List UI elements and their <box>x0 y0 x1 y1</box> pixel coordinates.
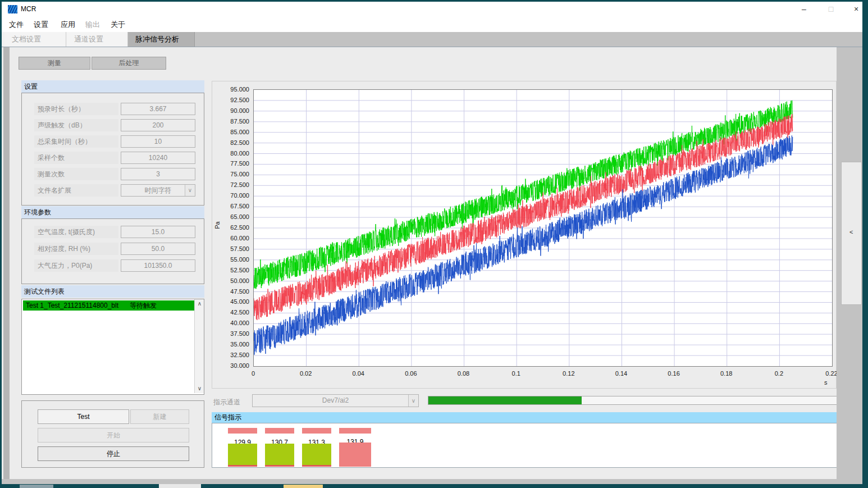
y-tick-label: 57.500 <box>217 245 249 252</box>
y-tick-label: 77.500 <box>217 160 249 167</box>
sample-count-field[interactable]: 10240 <box>121 152 195 164</box>
settings-header: 设置 <box>21 80 204 93</box>
tab-pulse-analysis[interactable]: 脉冲信号分析 <box>128 32 195 47</box>
maximize-button[interactable]: □ <box>821 2 840 17</box>
signal-level-tile <box>339 443 371 467</box>
scroll-down-icon[interactable]: ∨ <box>195 384 204 393</box>
field-label: 文件名扩展 <box>34 184 118 197</box>
filename-ext-dropdown[interactable]: 时间字符 ∨ <box>121 184 195 197</box>
field-label: 空气温度, t(摄氏度) <box>34 226 118 238</box>
measure-times-field[interactable]: 3 <box>121 168 195 180</box>
test-file-list[interactable]: Test 1_Test_211215114800_blt 等待触发 ∧ ∨ <box>21 299 204 395</box>
taskbar-fragment <box>284 485 323 488</box>
y-tick-label: 90.000 <box>217 107 249 114</box>
y-tick-label: 60.000 <box>217 235 249 241</box>
close-button[interactable]: × <box>847 2 866 17</box>
menu-about[interactable]: 关于 <box>111 20 125 30</box>
settings-row: 测量次数 3 <box>34 168 204 180</box>
left-edge-strip <box>3 47 10 481</box>
y-tick-label: 80.000 <box>217 150 249 157</box>
y-tick-label: 75.000 <box>217 171 249 177</box>
field-label: 总采集时间（秒） <box>34 135 118 148</box>
tab-channel-settings[interactable]: 通道设置 <box>67 32 128 47</box>
y-tick-label: 87.500 <box>217 118 249 125</box>
bottom-edge-strip <box>2 479 862 484</box>
chevron-down-icon[interactable]: ∨ <box>408 395 418 407</box>
menu-file[interactable]: 文件 <box>9 20 24 30</box>
y-tick-label: 85.000 <box>217 129 249 135</box>
taskbar-fragment <box>20 485 53 488</box>
waveform-chart: 95.00092.50090.00087.50085.00082.50080.0… <box>212 81 837 389</box>
y-tick-label: 30.000 <box>217 362 249 369</box>
signal-topbar <box>228 428 257 434</box>
y-tick-label: 82.500 <box>217 139 249 146</box>
file-list-header: 测试文件列表 <box>21 285 204 298</box>
chevron-down-icon[interactable]: ∨ <box>185 185 195 196</box>
desktop-background: MCR – □ × 文件 设置 应用 输出 关于 文档设置 通道设置 脉冲信号分… <box>0 0 868 488</box>
collapse-splitter[interactable]: < <box>841 162 862 305</box>
scroll-up-icon[interactable]: ∧ <box>195 299 204 308</box>
humidity-field[interactable]: 50.0 <box>121 243 195 255</box>
new-button: 新建 <box>130 409 189 424</box>
stop-button[interactable]: 停止 <box>38 446 189 461</box>
file-name: Test 1_Test_211215114800_blt <box>26 300 118 311</box>
measure-button[interactable]: 测量 <box>19 57 90 70</box>
y-tick-label: 52.500 <box>217 267 249 273</box>
settings-row: 采样个数 10240 <box>34 152 204 164</box>
air-temperature-field[interactable]: 15.0 <box>121 226 195 238</box>
plot-area <box>253 89 833 367</box>
signal-level-tile <box>228 444 257 467</box>
y-tick-label: 35.000 <box>217 341 249 348</box>
y-tick-label: 67.500 <box>217 203 249 209</box>
dropdown-value: Dev7/ai2 <box>322 396 349 404</box>
pressure-field[interactable]: 101350.0 <box>121 259 195 272</box>
x-tick-label: 0.18 <box>714 370 739 377</box>
tab-bar: 文档设置 通道设置 脉冲信号分析 <box>2 32 862 47</box>
environment-box: 空气温度, t(摄氏度) 15.0 相对湿度, RH (%) 50.0 大气压力… <box>21 218 204 284</box>
x-tick-label: 0.02 <box>294 370 318 377</box>
x-tick-label: 0.08 <box>451 370 476 377</box>
y-tick-label: 95.000 <box>217 86 249 93</box>
total-time-field[interactable]: 10 <box>121 135 195 148</box>
x-tick-label: 0.16 <box>661 370 686 377</box>
menu-output: 输出 <box>85 20 100 30</box>
y-tick-label: 55.000 <box>217 256 249 263</box>
y-tick-label: 45.000 <box>217 298 249 305</box>
chevron-left-icon: < <box>849 229 853 235</box>
postprocess-button[interactable]: 后处理 <box>92 57 166 70</box>
menu-bar: 文件 设置 应用 输出 关于 <box>2 17 862 32</box>
y-tick-label: 92.500 <box>217 97 249 103</box>
field-label: 大气压力，P0(Pa) <box>34 259 118 272</box>
indicator-channel-label: 指示通道 <box>213 398 240 407</box>
y-tick-label: 42.500 <box>217 309 249 316</box>
signal-level-tile <box>265 444 294 467</box>
environment-header: 环境参数 <box>21 206 204 218</box>
signal-topbar <box>339 428 371 434</box>
y-tick-label: 32.500 <box>217 352 249 358</box>
start-button: 开始 <box>38 428 189 443</box>
x-tick-label: 0.2 <box>766 370 791 377</box>
field-label: 声级触发（dB） <box>34 119 118 131</box>
prerecord-duration-field[interactable]: 3.667 <box>121 103 195 115</box>
progress-bar <box>428 396 843 405</box>
field-label: 预录时长（秒） <box>34 103 118 115</box>
indicator-channel-dropdown[interactable]: Dev7/ai2 ∨ <box>252 394 419 407</box>
field-label: 采样个数 <box>34 152 118 164</box>
x-tick-label: 0.06 <box>399 370 423 377</box>
field-label: 测量次数 <box>34 168 118 180</box>
field-label: 相对湿度, RH (%) <box>34 243 118 255</box>
menu-apply[interactable]: 应用 <box>61 20 75 30</box>
minimize-button[interactable]: – <box>794 2 814 17</box>
test-name-input[interactable]: Test <box>38 409 129 424</box>
settings-box: 预录时长（秒） 3.667 声级触发（dB） 200 总采集时间（秒） 10 采… <box>21 93 204 206</box>
x-tick-label: 0.04 <box>346 370 371 377</box>
menu-settings[interactable]: 设置 <box>34 20 48 30</box>
settings-row: 预录时长（秒） 3.667 <box>34 103 204 115</box>
tab-document-settings[interactable]: 文档设置 <box>4 32 66 47</box>
app-window: MCR – □ × 文件 设置 应用 输出 关于 文档设置 通道设置 脉冲信号分… <box>2 2 862 484</box>
file-list-row[interactable]: Test 1_Test_211215114800_blt 等待触发 <box>23 300 195 311</box>
x-tick-label: 0.12 <box>556 370 581 377</box>
y-tick-label: 65.000 <box>217 213 249 220</box>
trigger-level-field[interactable]: 200 <box>121 119 195 131</box>
file-list-scrollbar[interactable]: ∧ ∨ <box>194 299 204 393</box>
